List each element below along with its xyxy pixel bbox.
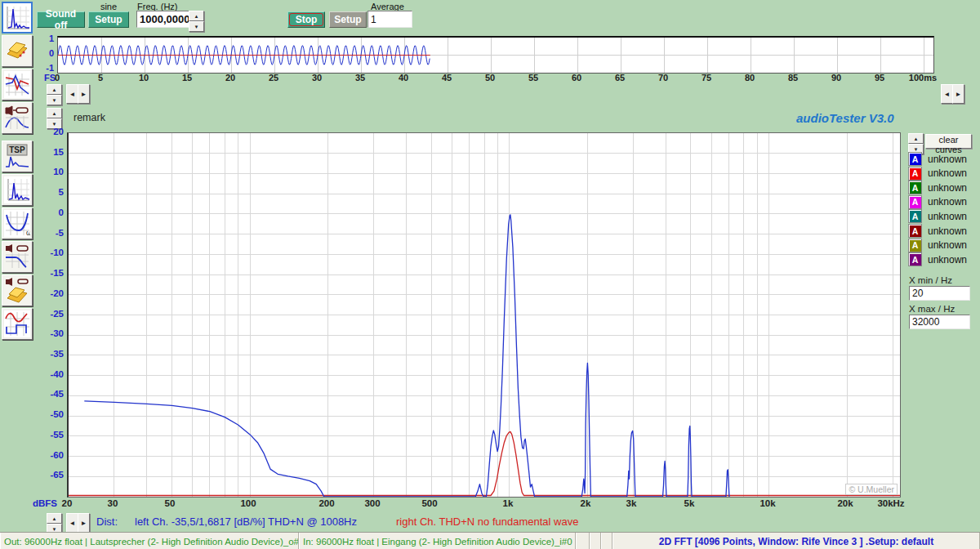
legend-entry[interactable]: Aunknown bbox=[908, 209, 967, 223]
sidebar-tsp-button[interactable]: TSP bbox=[2, 141, 33, 172]
fft-y-tick-label: -45 bbox=[33, 389, 64, 399]
waveform-scroll-left-button[interactable]: ◄ bbox=[66, 84, 78, 104]
legend-spin-up-icon[interactable]: ▲ bbox=[908, 133, 924, 144]
fft-y-tick-label: -50 bbox=[33, 409, 64, 419]
fft-y-tick-label: -30 bbox=[33, 328, 64, 338]
waveform-scroll-right-button[interactable]: ► bbox=[78, 84, 90, 104]
dist-scroll-right-button[interactable]: ► bbox=[78, 513, 90, 533]
generator-setup-button[interactable]: Setup bbox=[88, 11, 129, 28]
xmax-input[interactable] bbox=[909, 315, 970, 329]
fft-y-tick-label: -5 bbox=[33, 228, 64, 238]
dist-left-channel-readout: left Ch. -35,5/1,6817 [dB/%] THD+N @ 100… bbox=[135, 516, 357, 528]
average-input[interactable] bbox=[368, 11, 412, 28]
waveform-y-tick-label: 0 bbox=[36, 48, 54, 58]
sidebar-frequency-response-button[interactable] bbox=[2, 69, 33, 100]
waveform-scroll-left2-button[interactable]: ◄ bbox=[941, 84, 953, 104]
status-fft-settings: 2D FFT [4096 Points, Window: Rife Vince … bbox=[612, 533, 980, 549]
fft-x-tick-label: 30 bbox=[90, 498, 136, 508]
sidebar-speaker-measurement-button[interactable] bbox=[2, 102, 33, 134]
freq-spin-up-icon[interactable]: ▲ bbox=[189, 11, 204, 21]
fft-y-tick-label: 0 bbox=[33, 208, 64, 217]
waveform-plot bbox=[58, 38, 933, 73]
legend-entry[interactable]: Aunknown bbox=[908, 239, 967, 252]
sidebar-speaker-book-button[interactable] bbox=[2, 274, 33, 306]
sidebar-speaker-lowpass-button[interactable] bbox=[2, 241, 33, 273]
waveform-time-tick-label: 95 bbox=[862, 73, 898, 83]
fft-y-tick-label: -35 bbox=[33, 349, 64, 359]
dist-prefix-label: Dist: bbox=[96, 516, 118, 528]
legend-entry[interactable]: Aunknown bbox=[908, 167, 967, 181]
dist-scroll-left-button[interactable]: ◄ bbox=[66, 513, 78, 533]
sidebar-fft-spectrum-button[interactable] bbox=[2, 2, 33, 33]
curve-label: unknown bbox=[928, 254, 967, 266]
waveform-y-axis-labels: 10-1 bbox=[36, 33, 54, 73]
curve-label: unknown bbox=[928, 211, 967, 222]
wave-zoom-down-icon[interactable]: ▼ bbox=[47, 95, 62, 105]
fft-x-tick-label: 300 bbox=[350, 498, 395, 508]
app-title: audioTester V3.0 bbox=[796, 111, 894, 125]
waveform-time-tick-label: 45 bbox=[429, 73, 465, 83]
waveform-time-tick-label: 35 bbox=[342, 73, 378, 83]
sidebar-signal-generator-button[interactable] bbox=[2, 35, 33, 67]
legend-entry[interactable]: Aunknown bbox=[908, 152, 967, 166]
sidebar-spectrum-analysis-button[interactable] bbox=[2, 174, 33, 206]
spectrum-spikes-icon bbox=[4, 176, 30, 203]
status-input-device: In: 96000Hz float | Eingang (2- High Def… bbox=[299, 533, 576, 549]
fft-x-tick-label: 200 bbox=[304, 498, 350, 508]
waveform-time-tick-label: 65 bbox=[602, 73, 638, 83]
fft-x-tick-label: 20 bbox=[44, 498, 90, 508]
xmin-input[interactable] bbox=[909, 286, 970, 301]
sidebar-impedance-button[interactable]: ω bbox=[2, 208, 33, 239]
curve-color-icon: A bbox=[908, 209, 922, 223]
fft-y-tick-label: 5 bbox=[33, 187, 64, 197]
curve-label: unknown bbox=[928, 167, 967, 179]
curve-label: unknown bbox=[928, 225, 967, 237]
waveform-y-tick-label: -1 bbox=[36, 63, 54, 73]
sidebar-waveform-shapes-button[interactable] bbox=[2, 308, 33, 340]
xmax-label: X max / Hz bbox=[909, 304, 955, 314]
curve-color-icon: A bbox=[908, 152, 922, 166]
waveform-scroll-right2-button[interactable]: ► bbox=[952, 84, 964, 104]
tsp-icon: TSP bbox=[4, 143, 30, 170]
fft-x-tick-label: 20k bbox=[822, 498, 868, 508]
analyzer-setup-button[interactable]: Setup bbox=[329, 11, 367, 28]
sound-off-button[interactable]: Sound off bbox=[37, 11, 85, 28]
curve-color-icon: A bbox=[908, 167, 922, 181]
fft-plot-area[interactable]: © U.Mueller bbox=[67, 132, 901, 498]
clear-curves-button[interactable]: clear curves bbox=[925, 134, 972, 149]
speaker-book-icon bbox=[4, 277, 30, 304]
freq-spinner[interactable]: ▲▼ bbox=[189, 11, 204, 32]
waveform-zoom-spinner[interactable]: ▲▼ bbox=[47, 84, 62, 105]
curve-color-icon: A bbox=[908, 195, 922, 209]
fft-x-tick-label: 30kHz bbox=[868, 498, 914, 508]
legend-entry[interactable]: Aunknown bbox=[908, 195, 967, 209]
sine-square-wave-icon bbox=[4, 310, 30, 337]
waveform-time-tick-label: 40 bbox=[385, 73, 421, 83]
curve-label: unknown bbox=[928, 239, 967, 251]
legend-entry[interactable]: Aunknown bbox=[908, 224, 967, 238]
svg-text:ω: ω bbox=[26, 229, 30, 237]
waveform-time-tick-label: 50 bbox=[472, 73, 508, 83]
waveform-time-tick-label: 0 bbox=[39, 73, 75, 83]
waveform-time-tick-label: 15 bbox=[169, 73, 205, 83]
curve-color-icon: A bbox=[908, 239, 922, 252]
waveform-time-tick-label: 60 bbox=[559, 73, 595, 83]
stop-button-label: Stop bbox=[289, 13, 324, 26]
plot-zoom-up-icon[interactable]: ▲ bbox=[47, 108, 62, 118]
waveform-time-tick-label: 55 bbox=[515, 73, 551, 83]
fft-y-tick-label: -60 bbox=[33, 450, 64, 460]
wave-zoom-up-icon[interactable]: ▲ bbox=[47, 84, 62, 95]
speaker-lowpass-icon bbox=[4, 243, 30, 270]
fft-y-tick-label: -20 bbox=[33, 288, 64, 298]
waveform-time-tick-label: 70 bbox=[645, 73, 681, 83]
fft-x-tick-label: 50 bbox=[147, 498, 193, 508]
freq-spin-down-icon[interactable]: ▼ bbox=[189, 21, 204, 32]
legend-entry[interactable]: Aunknown bbox=[908, 181, 967, 194]
freq-input[interactable] bbox=[136, 11, 189, 28]
curve-color-icon: A bbox=[908, 252, 922, 266]
curve-label: unknown bbox=[928, 154, 967, 165]
dist-spin-up-icon[interactable]: ▲ bbox=[47, 513, 62, 524]
stop-button[interactable]: Stop bbox=[287, 11, 325, 28]
xmin-label: X min / Hz bbox=[909, 275, 952, 285]
legend-entry[interactable]: Aunknown bbox=[908, 252, 967, 266]
